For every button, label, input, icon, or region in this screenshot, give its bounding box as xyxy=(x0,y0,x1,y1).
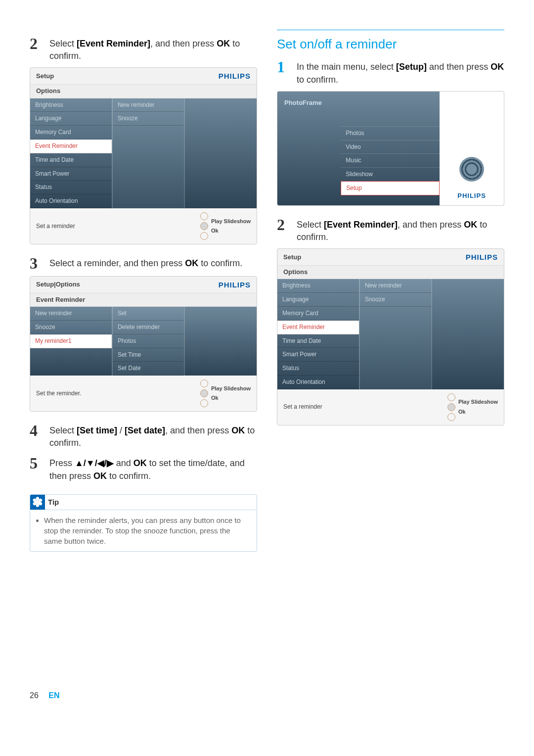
screen-title: Setup|Options xyxy=(36,280,80,289)
menu-item[interactable]: Memory Card xyxy=(30,126,112,140)
screen-title: Setup xyxy=(36,72,54,81)
options-header: Event Reminder xyxy=(30,293,257,307)
menu-item[interactable]: Language xyxy=(277,293,359,307)
screenshot-setup-options: Setup|Options PHILIPS Event Reminder New… xyxy=(30,276,257,412)
submenu-item[interactable]: Snooze xyxy=(113,112,184,126)
options-header: Options xyxy=(277,265,504,279)
step-number: 4 xyxy=(30,423,49,449)
nav-button-bot[interactable] xyxy=(447,413,455,421)
page-number: 26 xyxy=(30,691,39,700)
button-label: Ok xyxy=(211,227,251,235)
button-label: Play Slideshow xyxy=(458,398,498,406)
submenu-item[interactable]: New reminder xyxy=(360,279,432,293)
submenu-item[interactable]: Delete reminder xyxy=(113,321,184,334)
menu-item[interactable]: Status xyxy=(277,362,359,376)
button-label: Ok xyxy=(211,394,251,402)
screen-title: Setup xyxy=(283,253,301,262)
page-footer: 26 EN xyxy=(30,690,504,701)
nav-button-top[interactable] xyxy=(447,393,455,401)
button-label: Play Slideshow xyxy=(211,218,251,225)
menu-item-selected[interactable]: My reminder1 xyxy=(30,334,112,348)
brand-logo: PHILIPS xyxy=(466,252,498,262)
step-text: Select [Event Reminder], and then press … xyxy=(49,35,257,62)
button-label: Play Slideshow xyxy=(211,385,251,392)
brand-logo: PHILIPS xyxy=(219,280,251,290)
main-menu-item[interactable]: Music xyxy=(341,153,440,167)
nav-button-top[interactable] xyxy=(200,379,208,387)
tip-label: Tip xyxy=(48,497,59,507)
screenshot-setup: Setup PHILIPS Options Brightness Languag… xyxy=(30,67,257,244)
brand-logo: PHILIPS xyxy=(457,191,486,200)
main-menu-item[interactable]: Video xyxy=(341,140,440,154)
step-text: Select [Event Reminder], and then press … xyxy=(297,216,504,243)
main-menu-item-selected[interactable]: Setup xyxy=(341,181,440,195)
step-number: 1 xyxy=(277,59,297,86)
button-label: Ok xyxy=(458,408,498,416)
brand-logo: PHILIPS xyxy=(219,71,251,81)
main-menu-item[interactable]: Photos xyxy=(341,126,440,140)
menu-item[interactable]: New reminder xyxy=(30,307,112,321)
tip-box: ✽ Tip When the reminder alerts, you can … xyxy=(30,494,257,552)
menu-item[interactable]: Snooze xyxy=(30,321,112,334)
menu-item[interactable]: Smart Power xyxy=(30,167,112,181)
main-menu-item[interactable]: Slideshow xyxy=(341,167,440,181)
step-text: Select a reminder, and then press OK to … xyxy=(49,254,257,271)
footer-hint: Set the reminder. xyxy=(36,389,81,398)
screenshot-setup-right: Setup PHILIPS Options Brightness Languag… xyxy=(277,248,504,425)
nav-button-mid[interactable] xyxy=(200,222,208,230)
nav-button-bot[interactable] xyxy=(200,232,208,240)
step-text: Press ▲/▼/◀/▶ and OK to set the time/dat… xyxy=(49,454,257,482)
tip-icon: ✽ xyxy=(30,495,45,510)
footer-hint: Set a reminder xyxy=(283,403,322,411)
step-text: Select [Set time] / [Set date], and then… xyxy=(49,422,257,449)
screenshot-photoframe: PhotoFrame Photos Video Music Slideshow … xyxy=(277,91,504,206)
submenu-item[interactable]: New reminder xyxy=(113,98,184,112)
step-number: 3 xyxy=(30,255,49,271)
submenu-item[interactable]: Set xyxy=(113,307,184,321)
submenu-item[interactable]: Photos xyxy=(113,334,184,348)
submenu-item[interactable]: Snooze xyxy=(360,293,432,307)
nav-button-top[interactable] xyxy=(200,212,208,220)
gear-icon xyxy=(459,157,484,182)
menu-item[interactable]: Memory Card xyxy=(277,307,359,321)
menu-item[interactable]: Brightness xyxy=(30,98,112,112)
step-number: 2 xyxy=(30,36,49,62)
options-header: Options xyxy=(30,84,257,98)
language-code: EN xyxy=(48,691,59,700)
nav-button-mid[interactable] xyxy=(447,403,455,411)
menu-item-selected[interactable]: Event Reminder xyxy=(277,321,359,334)
menu-item[interactable]: Language xyxy=(30,112,112,126)
tip-text: When the reminder alerts, you can press … xyxy=(44,515,250,546)
step-text: In the main menu, select [Setup] and the… xyxy=(297,58,504,86)
nav-button-bot[interactable] xyxy=(200,399,208,407)
menu-item[interactable]: Time and Date xyxy=(277,334,359,348)
menu-item[interactable]: Auto Orientation xyxy=(30,194,112,208)
step-number: 5 xyxy=(30,455,49,482)
submenu-item[interactable]: Set Date xyxy=(113,362,184,376)
menu-item[interactable]: Status xyxy=(30,181,112,194)
menu-item-selected[interactable]: Event Reminder xyxy=(30,140,112,153)
screen-title: PhotoFrame xyxy=(277,92,341,114)
menu-item[interactable]: Auto Orientation xyxy=(277,376,359,389)
submenu-item[interactable]: Set Time xyxy=(113,348,184,362)
asterisk-icon: ✽ xyxy=(32,497,43,507)
section-heading: Set on/off a reminder xyxy=(277,30,504,53)
menu-item[interactable]: Smart Power xyxy=(277,348,359,362)
footer-hint: Set a reminder xyxy=(36,222,75,231)
step-number: 2 xyxy=(277,217,297,243)
menu-item[interactable]: Time and Date xyxy=(30,153,112,167)
menu-item[interactable]: Brightness xyxy=(277,279,359,293)
nav-button-mid[interactable] xyxy=(200,389,208,397)
